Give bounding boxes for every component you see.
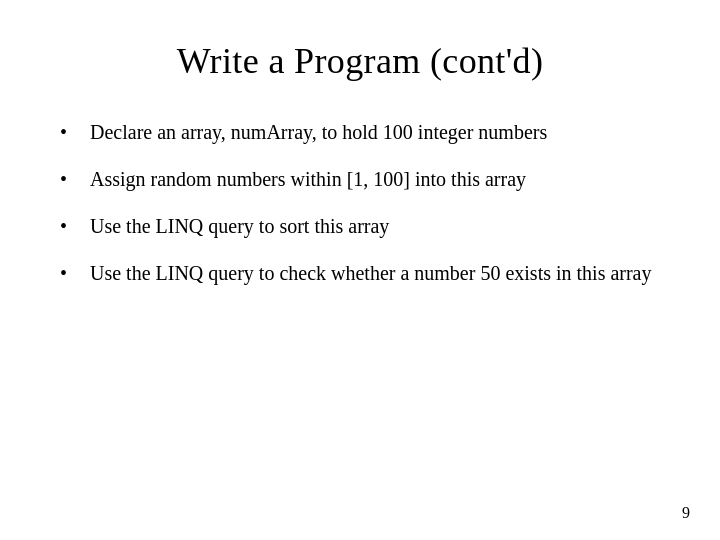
slide-container: Write a Program (cont'd) • Declare an ar… bbox=[0, 0, 720, 540]
bullet-item-3: • Use the LINQ query to sort this array bbox=[60, 212, 660, 241]
bullet-text-3: Use the LINQ query to sort this array bbox=[90, 212, 660, 241]
page-number: 9 bbox=[682, 504, 690, 522]
bullet-list: • Declare an array, numArray, to hold 10… bbox=[60, 118, 660, 510]
bullet-text-2: Assign random numbers within [1, 100] in… bbox=[90, 165, 660, 194]
bullet-dot-3: • bbox=[60, 212, 84, 241]
slide-title: Write a Program (cont'd) bbox=[60, 40, 660, 82]
bullet-item-1: • Declare an array, numArray, to hold 10… bbox=[60, 118, 660, 147]
bullet-text-1: Declare an array, numArray, to hold 100 … bbox=[90, 118, 660, 147]
bullet-dot-4: • bbox=[60, 259, 84, 288]
bullet-text-4: Use the LINQ query to check whether a nu… bbox=[90, 259, 660, 288]
bullet-item-2: • Assign random numbers within [1, 100] … bbox=[60, 165, 660, 194]
bullet-dot-1: • bbox=[60, 118, 84, 147]
bullet-item-4: • Use the LINQ query to check whether a … bbox=[60, 259, 660, 288]
bullet-dot-2: • bbox=[60, 165, 84, 194]
